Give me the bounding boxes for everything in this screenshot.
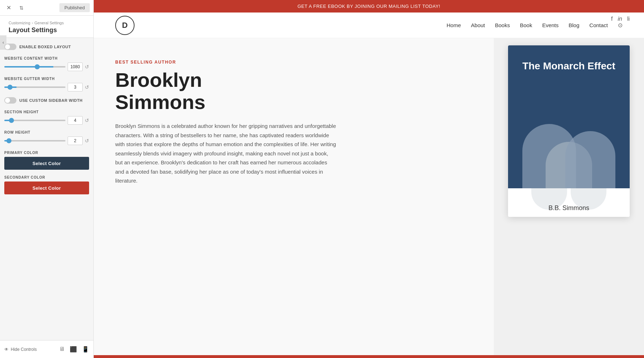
row-height-value: 2 bbox=[68, 136, 83, 145]
desktop-icon[interactable]: 🖥 bbox=[59, 346, 65, 353]
section-height-section: SECTION HEIGHT 4 ↺ bbox=[4, 110, 89, 125]
content-right: The Monarch Effect B.B. Simmons bbox=[494, 38, 644, 355]
website-preview: GET A FREE EBOOK BY JOINING OUR MAILING … bbox=[94, 0, 644, 358]
primary-color-label: PRIMARY COLOR bbox=[4, 151, 89, 155]
sort-button[interactable]: ⇅ bbox=[16, 3, 26, 13]
secondary-color-label: SECONDARY COLOR bbox=[4, 175, 89, 179]
social-icons: f in li bbox=[611, 16, 630, 22]
breadcrumb-customizing[interactable]: Customizing bbox=[9, 21, 30, 25]
row-height-reset[interactable]: ↺ bbox=[85, 138, 89, 144]
left-panel: ✕ ⇅ Published ‹ Customizing › General Se… bbox=[0, 0, 94, 358]
shape-right bbox=[565, 131, 615, 188]
book-title: The Monarch Effect bbox=[522, 60, 615, 73]
author-bio: Brooklyn Simmons is a celebrated author … bbox=[115, 121, 337, 185]
author-name: BrooklynSimmons bbox=[115, 69, 472, 113]
website-gutter-width-row: 3 ↺ bbox=[4, 83, 89, 91]
use-custom-sidebar-width-row: USE CUSTOM SIDEBAR WIDTH bbox=[4, 97, 89, 104]
row-height-slider[interactable] bbox=[4, 140, 65, 141]
book-bottom: B.B. Simmons bbox=[508, 188, 630, 217]
website-content-width-row: 1080 ↺ bbox=[4, 63, 89, 71]
breadcrumb-arrow: › bbox=[32, 21, 33, 25]
promo-banner: GET A FREE EBOOK BY JOINING OUR MAILING … bbox=[94, 0, 644, 13]
bottom-icons: 🖥 ⬛ 📱 bbox=[59, 346, 89, 353]
website-content-width-reset[interactable]: ↺ bbox=[85, 64, 89, 70]
nav-link-blog[interactable]: Blog bbox=[569, 22, 579, 28]
section-divider bbox=[94, 355, 644, 358]
book-author-name: B.B. Simmons bbox=[548, 204, 589, 212]
secondary-color-section: SECONDARY COLOR Select Color bbox=[4, 175, 89, 194]
settings-area: ENABLE BOXED LAYOUT WEBSITE CONTENT WIDT… bbox=[0, 38, 93, 340]
preview-area: GET A FREE EBOOK BY JOINING OUR MAILING … bbox=[94, 0, 644, 358]
website-gutter-width-reset[interactable]: ↺ bbox=[85, 84, 89, 90]
website-content-width-label: WEBSITE CONTENT WIDTH bbox=[4, 56, 89, 60]
linkedin-icon[interactable]: li bbox=[627, 16, 630, 22]
site-logo: D bbox=[115, 16, 135, 35]
nav-link-contact[interactable]: Contact bbox=[589, 22, 608, 28]
enable-boxed-layout-toggle[interactable] bbox=[4, 44, 16, 50]
website-gutter-width-section: WEBSITE GUTTER WIDTH 3 ↺ bbox=[4, 77, 89, 91]
use-custom-sidebar-width-toggle[interactable] bbox=[4, 97, 16, 104]
nav-link-home[interactable]: Home bbox=[447, 22, 461, 28]
website-gutter-width-value: 3 bbox=[68, 83, 83, 91]
bottom-bar: 👁 Hide Controls 🖥 ⬛ 📱 bbox=[0, 340, 93, 358]
panel-title: Layout Settings bbox=[9, 26, 88, 34]
nav-link-books[interactable]: Books bbox=[495, 22, 510, 28]
row-height-label: ROW HEIGHT bbox=[4, 130, 89, 134]
book-cover: The Monarch Effect bbox=[508, 45, 630, 188]
breadcrumb: Customizing › General Settings bbox=[9, 21, 88, 25]
website-content-width-value: 1080 bbox=[68, 63, 83, 71]
primary-color-button[interactable]: Select Color bbox=[4, 157, 89, 170]
enable-boxed-layout-label: ENABLE BOXED LAYOUT bbox=[19, 45, 71, 49]
content-left: BEST SELLING AUTHOR BrooklynSimmons Broo… bbox=[94, 38, 494, 355]
row-height-row: 2 ↺ bbox=[4, 136, 89, 145]
top-bar: ✕ ⇅ Published bbox=[0, 0, 93, 16]
hide-controls-button[interactable]: 👁 Hide Controls bbox=[4, 347, 37, 352]
enable-boxed-layout-row: ENABLE BOXED LAYOUT bbox=[4, 44, 89, 50]
nav-link-about[interactable]: About bbox=[471, 22, 485, 28]
website-gutter-width-label: WEBSITE GUTTER WIDTH bbox=[4, 77, 89, 81]
secondary-color-button[interactable]: Select Color bbox=[4, 182, 89, 194]
book-decorative-shapes bbox=[515, 117, 623, 188]
nav-link-events[interactable]: Events bbox=[542, 22, 558, 28]
published-button[interactable]: Published bbox=[59, 3, 90, 12]
mobile-icon[interactable]: 📱 bbox=[82, 346, 89, 353]
nav-search-icon[interactable]: ⊙ bbox=[618, 22, 623, 29]
tablet-icon[interactable]: ⬛ bbox=[70, 346, 77, 353]
main-content: BEST SELLING AUTHOR BrooklynSimmons Broo… bbox=[94, 38, 644, 355]
website-gutter-width-slider[interactable] bbox=[4, 86, 65, 88]
website-content-width-section: WEBSITE CONTENT WIDTH 1080 ↺ bbox=[4, 56, 89, 71]
section-height-value: 4 bbox=[68, 116, 83, 125]
eye-icon: 👁 bbox=[4, 347, 9, 352]
instagram-icon[interactable]: in bbox=[618, 16, 622, 22]
section-height-slider[interactable] bbox=[4, 120, 65, 121]
nav-links: Home About Books Book Events Blog Contac… bbox=[447, 22, 623, 29]
website-content-width-slider[interactable] bbox=[4, 66, 65, 68]
row-height-section: ROW HEIGHT 2 ↺ bbox=[4, 130, 89, 145]
close-button[interactable]: ✕ bbox=[4, 3, 14, 13]
breadcrumb-section: ‹ Customizing › General Settings Layout … bbox=[0, 16, 93, 38]
section-height-label: SECTION HEIGHT bbox=[4, 110, 89, 114]
primary-color-section: PRIMARY COLOR Select Color bbox=[4, 151, 89, 170]
facebook-icon[interactable]: f bbox=[611, 16, 613, 22]
breadcrumb-general-settings[interactable]: General Settings bbox=[34, 21, 64, 25]
book-card: The Monarch Effect B.B. Simmons bbox=[508, 45, 630, 217]
use-custom-sidebar-width-label: USE CUSTOM SIDEBAR WIDTH bbox=[19, 98, 83, 103]
section-height-row: 4 ↺ bbox=[4, 116, 89, 125]
top-bar-left: ✕ ⇅ bbox=[4, 3, 26, 13]
site-nav: D Home About Books Book Events Blog Cont… bbox=[94, 13, 644, 38]
nav-link-book[interactable]: Book bbox=[520, 22, 532, 28]
best-selling-label: BEST SELLING AUTHOR bbox=[115, 60, 472, 65]
section-height-reset[interactable]: ↺ bbox=[85, 118, 89, 123]
hide-controls-label: Hide Controls bbox=[11, 347, 37, 352]
